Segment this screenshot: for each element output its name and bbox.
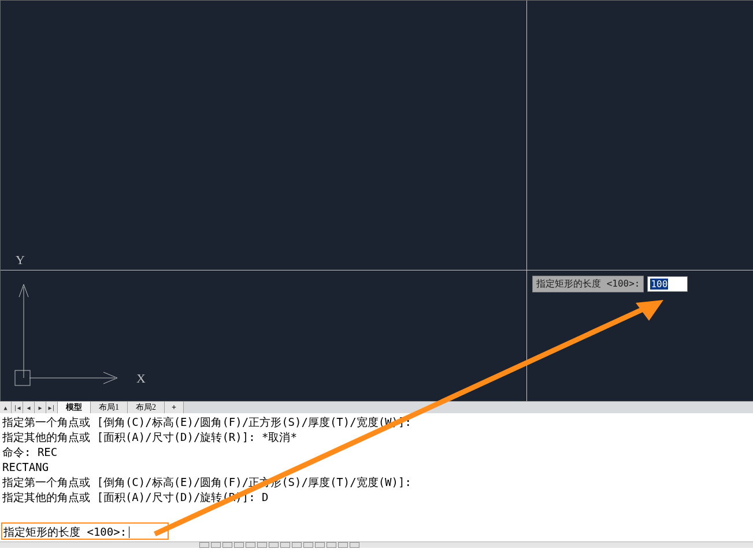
dynamic-input-prompt: 指定矩形的长度 <100>: 100 bbox=[532, 276, 688, 292]
status-icon[interactable] bbox=[280, 542, 290, 548]
cmd-line: 指定其他的角点或 [面积(A)/尺寸(D)/旋转(R)]: D bbox=[2, 491, 268, 503]
command-input-row[interactable]: 指定矩形的长度 <100>: bbox=[0, 522, 753, 542]
tab-layout2[interactable]: 布局2 bbox=[128, 402, 165, 413]
text-cursor bbox=[129, 526, 129, 538]
dynamic-input-label: 指定矩形的长度 <100>: bbox=[532, 276, 644, 292]
tab-add[interactable]: + bbox=[165, 402, 184, 413]
ucs-y-label: Y bbox=[16, 253, 25, 268]
layout-tab-bar: ▲ |◀ ◀ ▶ ▶| 模型 布局1 布局2 + bbox=[0, 401, 753, 413]
drawing-canvas[interactable]: Y X 指定矩形的长度 <100>: 100 bbox=[0, 0, 753, 401]
status-bar bbox=[0, 542, 753, 548]
crosshair-vertical bbox=[526, 1, 527, 401]
cmd-line: RECTANG bbox=[2, 461, 49, 473]
status-icon[interactable] bbox=[222, 542, 232, 548]
command-history: 指定第一个角点或 [倒角(C)/标高(E)/圆角(F)/正方形(S)/厚度(T)… bbox=[0, 413, 753, 522]
status-icon[interactable] bbox=[315, 542, 325, 548]
cmd-line: 命令: REC bbox=[2, 446, 57, 458]
status-icon[interactable] bbox=[292, 542, 302, 548]
status-icon[interactable] bbox=[211, 542, 221, 548]
cmd-line: 指定第一个角点或 [倒角(C)/标高(E)/圆角(F)/正方形(S)/厚度(T)… bbox=[2, 416, 411, 428]
status-icon[interactable] bbox=[303, 542, 313, 548]
tab-model[interactable]: 模型 bbox=[58, 402, 91, 413]
tab-scroll-up-icon[interactable]: ▲ bbox=[0, 402, 12, 413]
tab-layout1[interactable]: 布局1 bbox=[91, 402, 128, 413]
status-icon[interactable] bbox=[269, 542, 279, 548]
status-icon[interactable] bbox=[327, 542, 336, 548]
dynamic-input-field[interactable]: 100 bbox=[647, 276, 688, 292]
status-icon[interactable] bbox=[257, 542, 267, 548]
status-icon[interactable] bbox=[350, 542, 359, 548]
tab-nav-first-icon[interactable]: |◀ bbox=[12, 402, 23, 413]
crosshair-horizontal bbox=[1, 270, 753, 270]
status-toggle-icons bbox=[199, 542, 359, 548]
status-icon[interactable] bbox=[234, 542, 244, 548]
status-icon[interactable] bbox=[338, 542, 348, 548]
svg-rect-1 bbox=[15, 370, 30, 385]
status-icon[interactable] bbox=[199, 542, 209, 548]
ucs-x-label: X bbox=[136, 371, 146, 385]
cmd-line: 指定其他的角点或 [面积(A)/尺寸(D)/旋转(R)]: *取消* bbox=[2, 431, 297, 443]
tab-nav-next-icon[interactable]: ▶ bbox=[35, 402, 46, 413]
tab-nav-prev-icon[interactable]: ◀ bbox=[23, 402, 35, 413]
tab-nav-last-icon[interactable]: ▶| bbox=[46, 402, 58, 413]
ucs-icon: X bbox=[12, 281, 157, 396]
cmd-line: 指定第一个角点或 [倒角(C)/标高(E)/圆角(F)/正方形(S)/厚度(T)… bbox=[2, 476, 411, 488]
command-prompt-text: 指定矩形的长度 <100>: bbox=[3, 525, 127, 540]
status-icon[interactable] bbox=[246, 542, 255, 548]
